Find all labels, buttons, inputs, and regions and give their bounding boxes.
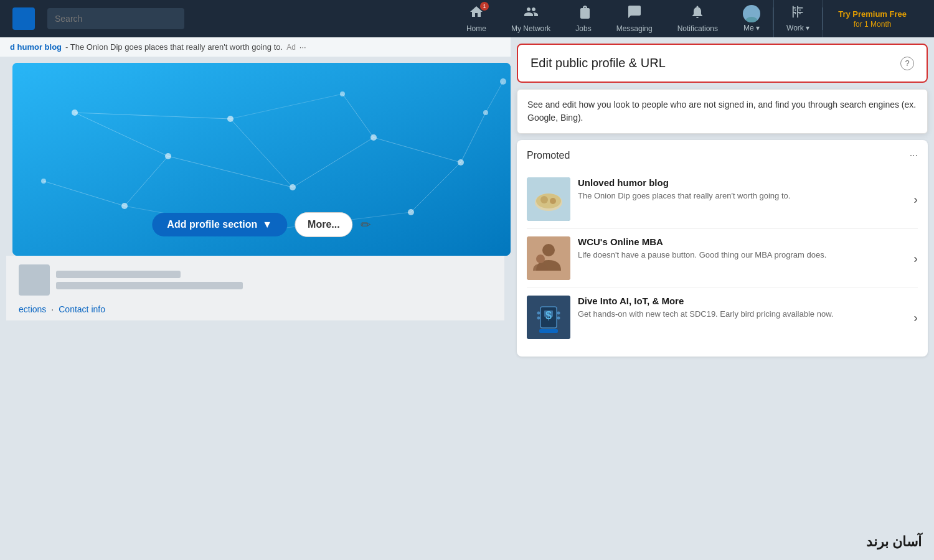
promoted-content-unloved: Unloved humor blog The Onion Dip goes pl… bbox=[578, 177, 906, 202]
svg-point-0 bbox=[748, 7, 755, 15]
more-label: More... bbox=[308, 219, 340, 230]
nav-jobs-label: Jobs bbox=[575, 24, 591, 33]
tooltip-text: See and edit how you look to people who … bbox=[527, 100, 916, 123]
profile-area: d humor blog - The Onion Dip goes places… bbox=[0, 37, 511, 560]
ad-text: - The Onion Dip goes places that really … bbox=[65, 42, 283, 52]
search-input[interactable] bbox=[47, 8, 184, 29]
watermark-text: آسان برند bbox=[866, 534, 922, 549]
ad-dots[interactable]: ··· bbox=[300, 42, 306, 52]
promoted-item-unloved[interactable]: Unloved humor blog The Onion Dip goes pl… bbox=[527, 170, 918, 229]
promoted-item-title-wcu: WCU's Online MBA bbox=[578, 236, 906, 247]
edit-button[interactable]: ✏ bbox=[361, 217, 371, 232]
nav-items: 1 Home My Network Jobs Messaging bbox=[454, 0, 922, 37]
promoted-header: Promoted ··· bbox=[527, 150, 918, 161]
home-icon: 1 bbox=[469, 4, 484, 23]
nav-home-label: Home bbox=[466, 24, 486, 33]
connections-bar: ections · Contact info bbox=[19, 304, 492, 314]
svg-text:$: $ bbox=[545, 309, 552, 322]
nav-me-label: Me ▾ bbox=[743, 24, 760, 32]
help-icon[interactable]: ? bbox=[900, 57, 914, 70]
edit-icon: ✏ bbox=[361, 218, 371, 231]
premium-label: Try Premium Free bbox=[838, 9, 907, 19]
promoted-card: Promoted ··· Unloved humor blog bbox=[517, 140, 928, 357]
promoted-img-wcu bbox=[527, 236, 570, 280]
add-profile-section-label: Add profile section bbox=[167, 219, 257, 230]
promoted-arrow-ai: › bbox=[913, 310, 918, 325]
edit-profile-card[interactable]: Edit public profile & URL ? bbox=[517, 44, 928, 83]
nav-messaging[interactable]: Messaging bbox=[604, 0, 665, 37]
svg-point-37 bbox=[542, 244, 555, 256]
promoted-item-wcu[interactable]: WCU's Online MBA Life doesn't have a pau… bbox=[527, 229, 918, 288]
connections-text: ections bbox=[19, 304, 46, 314]
promoted-arrow-unloved: › bbox=[913, 192, 918, 207]
profile-name-row bbox=[19, 264, 243, 296]
nav-notifications[interactable]: Notifications bbox=[665, 0, 730, 37]
premium-sub: for 1 Month bbox=[854, 20, 892, 29]
linkedin-logo[interactable] bbox=[12, 7, 35, 30]
svg-rect-51 bbox=[539, 329, 558, 333]
promoted-item-title-unloved: Unloved humor blog bbox=[578, 177, 906, 188]
profile-banner: Add profile section ▼ More... ✏ bbox=[12, 63, 511, 256]
svg-point-1 bbox=[745, 17, 758, 22]
svg-point-33 bbox=[536, 194, 561, 208]
profile-title-blur bbox=[56, 282, 243, 289]
ad-label: Ad bbox=[286, 43, 296, 52]
ad-blog-link[interactable]: d humor blog bbox=[10, 42, 62, 52]
edit-profile-tooltip: See and edit how you look to people who … bbox=[517, 89, 928, 134]
svg-point-38 bbox=[536, 254, 545, 263]
watermark: آسان برند bbox=[866, 534, 922, 550]
nav-notifications-label: Notifications bbox=[677, 24, 718, 33]
nav-work[interactable]: Work ▾ bbox=[773, 0, 822, 37]
connections-separator: · bbox=[51, 304, 54, 314]
profile-identity-row bbox=[19, 264, 492, 302]
promoted-img-unloved bbox=[527, 177, 570, 221]
promoted-item-desc-unloved: The Onion Dip goes places that really ar… bbox=[578, 190, 906, 202]
add-profile-section-button[interactable]: Add profile section ▼ bbox=[152, 213, 287, 236]
edit-profile-title: Edit public profile & URL bbox=[531, 56, 666, 70]
contact-info-link[interactable]: Contact info bbox=[59, 304, 105, 314]
promoted-more-dots[interactable]: ··· bbox=[910, 150, 918, 161]
jobs-icon bbox=[576, 4, 591, 23]
svg-point-35 bbox=[550, 198, 556, 204]
work-icon bbox=[791, 5, 805, 22]
my-network-icon bbox=[524, 4, 539, 23]
promoted-arrow-wcu: › bbox=[913, 251, 918, 266]
nav-my-network[interactable]: My Network bbox=[499, 0, 563, 37]
svg-point-34 bbox=[540, 196, 548, 203]
profile-name-blur bbox=[56, 271, 181, 278]
profile-banner-wrapper: Add profile section ▼ More... ✏ bbox=[6, 63, 504, 320]
promoted-item-desc-ai: Get hands-on with new tech at SDC19. Ear… bbox=[578, 309, 906, 320]
profile-avatar-sm bbox=[19, 264, 50, 296]
promoted-item-desc-wcu: Life doesn't have a pause button. Good t… bbox=[578, 250, 906, 261]
dropdown-arrow-icon: ▼ bbox=[262, 219, 272, 230]
ad-bar: d humor blog - The Onion Dip goes places… bbox=[0, 37, 511, 57]
svg-rect-36 bbox=[527, 236, 570, 280]
sidebar: Edit public profile & URL ? See and edit… bbox=[511, 37, 934, 560]
nav-jobs[interactable]: Jobs bbox=[563, 0, 603, 37]
nav-messaging-label: Messaging bbox=[616, 24, 653, 33]
messaging-icon bbox=[627, 4, 642, 23]
notifications-icon bbox=[690, 4, 705, 23]
me-avatar bbox=[743, 5, 760, 22]
nav-me[interactable]: Me ▾ bbox=[730, 0, 773, 37]
promoted-title: Promoted bbox=[527, 150, 570, 161]
promoted-item-title-ai: Dive Into AI, IoT, & More bbox=[578, 296, 906, 306]
promoted-img-ai: $ bbox=[527, 296, 570, 339]
promoted-content-wcu: WCU's Online MBA Life doesn't have a pau… bbox=[578, 236, 906, 261]
profile-text-group bbox=[56, 271, 243, 289]
home-badge: 1 bbox=[480, 2, 489, 11]
navbar: 1 Home My Network Jobs Messaging bbox=[0, 0, 934, 37]
nav-my-network-label: My Network bbox=[511, 24, 550, 33]
nav-home[interactable]: 1 Home bbox=[454, 0, 499, 37]
profile-actions: Add profile section ▼ More... ✏ bbox=[152, 212, 370, 237]
profile-info-section: ections · Contact info bbox=[6, 256, 504, 320]
main-area: d humor blog - The Onion Dip goes places… bbox=[0, 37, 934, 560]
promoted-content-ai: Dive Into AI, IoT, & More Get hands-on w… bbox=[578, 296, 906, 320]
nav-work-label: Work ▾ bbox=[786, 24, 809, 32]
promoted-item-ai[interactable]: $ Dive Into AI, Io bbox=[527, 288, 918, 347]
nav-premium[interactable]: Try Premium Free for 1 Month bbox=[823, 0, 922, 37]
more-button[interactable]: More... bbox=[295, 212, 353, 237]
